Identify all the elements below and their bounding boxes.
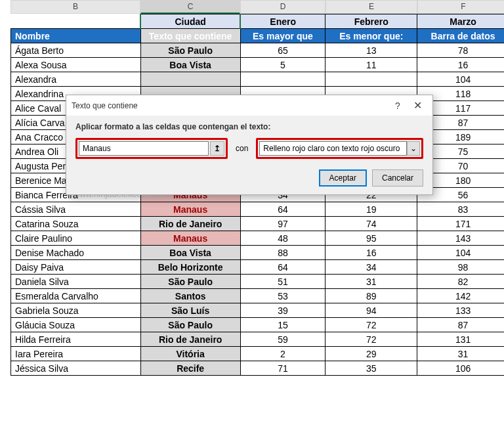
cell-name[interactable]: Cássia Silva <box>11 202 141 217</box>
cell-city[interactable]: Manaus <box>140 202 240 217</box>
cell-mar[interactable]: 171 <box>417 217 504 231</box>
cell-feb[interactable]: 74 <box>326 217 417 231</box>
format-select[interactable]: Relleno rojo claro con texto rojo oscuro <box>259 141 407 156</box>
cell-mar[interactable]: 142 <box>417 289 504 303</box>
cell-feb[interactable]: 72 <box>326 318 417 332</box>
cell-feb[interactable]: 16 <box>326 246 417 260</box>
cell-city[interactable] <box>140 72 240 87</box>
cell-name[interactable]: Claire Paulino <box>11 231 141 246</box>
cell-name[interactable]: Ágata Berto <box>11 43 141 58</box>
cell-feb[interactable]: 94 <box>326 303 417 318</box>
cell-feb[interactable]: 89 <box>326 289 417 303</box>
cell-mar[interactable]: 31 <box>417 347 504 361</box>
cell-mar[interactable]: 87 <box>417 318 504 332</box>
cell-name[interactable]: Denise Machado <box>11 246 141 260</box>
cell-jan[interactable]: 59 <box>240 332 326 347</box>
cell-mar[interactable]: 143 <box>417 231 504 246</box>
cell-mar[interactable]: 78 <box>417 43 504 58</box>
cell-name[interactable]: Esmeralda Carvalho <box>11 289 141 303</box>
cell-city[interactable]: Boa Vista <box>140 58 240 72</box>
cell-feb[interactable]: 35 <box>326 361 417 376</box>
cell-mar[interactable]: 98 <box>417 260 504 275</box>
cell-jan[interactable]: 65 <box>240 43 326 58</box>
cell-city[interactable]: Manaus <box>140 231 240 246</box>
cell-jan[interactable]: 15 <box>240 318 326 332</box>
cell-city[interactable]: São Paulo <box>140 275 240 289</box>
cell-city[interactable]: Boa Vista <box>140 246 240 260</box>
col-header-F[interactable]: F <box>417 0 504 14</box>
cell-mar[interactable]: 133 <box>417 303 504 318</box>
header-enero[interactable]: Enero <box>240 14 326 29</box>
cancel-button[interactable]: Cancelar <box>372 169 423 187</box>
cell-city[interactable]: São Paulo <box>140 318 240 332</box>
cell-mar[interactable]: 131 <box>417 332 504 347</box>
cell-jan[interactable]: 48 <box>240 231 326 246</box>
cell-city[interactable]: Belo Horizonte <box>140 260 240 275</box>
cell-feb[interactable]: 29 <box>326 347 417 361</box>
cell-feb[interactable]: 11 <box>326 58 417 72</box>
cell-feb[interactable] <box>326 72 417 87</box>
cell-name[interactable]: Daisy Paiva <box>11 260 141 275</box>
cell-jan[interactable]: 51 <box>240 275 326 289</box>
cell-mar[interactable]: 82 <box>417 275 504 289</box>
dialog-titlebar[interactable]: Texto que contiene ? ✕ <box>66 95 432 116</box>
cell-jan[interactable]: 64 <box>240 260 326 275</box>
cell-jan[interactable]: 64 <box>240 202 326 217</box>
header-nombre[interactable]: Nombre <box>11 29 141 43</box>
cell-city[interactable]: Rio de Janeiro <box>140 217 240 231</box>
cell-feb[interactable]: 19 <box>326 202 417 217</box>
cell-jan[interactable]: 5 <box>240 58 326 72</box>
cell-name[interactable]: Hilda Ferreira <box>11 332 141 347</box>
cell-name[interactable]: Jéssica Silva <box>11 361 141 376</box>
cell-city[interactable]: São Luís <box>140 303 240 318</box>
cell-jan[interactable]: 39 <box>240 303 326 318</box>
header-menor[interactable]: Es menor que: <box>326 29 417 43</box>
cell-mar[interactable]: 16 <box>417 58 504 72</box>
cell-jan[interactable]: 53 <box>240 289 326 303</box>
header-ciudad[interactable]: Ciudad <box>140 14 240 29</box>
cell-jan[interactable]: 88 <box>240 246 326 260</box>
cell-jan[interactable]: 97 <box>240 217 326 231</box>
help-icon[interactable]: ? <box>388 100 408 111</box>
chevron-down-icon[interactable]: ⌄ <box>407 141 420 156</box>
collapse-range-icon[interactable]: ↥ <box>210 141 224 156</box>
cell-city[interactable]: São Paulo <box>140 43 240 58</box>
cell-mar[interactable]: 104 <box>417 72 504 87</box>
cell-mar[interactable]: 106 <box>417 361 504 376</box>
cell-jan[interactable]: 71 <box>240 361 326 376</box>
cell-mar[interactable]: 104 <box>417 246 504 260</box>
col-header-C[interactable]: C <box>140 0 240 14</box>
header-febrero[interactable]: Febrero <box>326 14 417 29</box>
cell-name[interactable]: Alexa Sousa <box>11 58 141 72</box>
cell-city[interactable]: Santos <box>140 289 240 303</box>
cell-name[interactable]: Catarina Souza <box>11 217 141 231</box>
header-marzo[interactable]: Marzo <box>417 14 504 29</box>
accept-button[interactable]: Aceptar <box>319 169 367 187</box>
cell-city[interactable]: Recife <box>140 361 240 376</box>
close-icon[interactable]: ✕ <box>408 99 427 112</box>
cell-name[interactable]: Gláucia Souza <box>11 318 141 332</box>
cell-feb[interactable]: 34 <box>326 260 417 275</box>
cell-feb[interactable]: 31 <box>326 275 417 289</box>
cell-name[interactable]: Iara Pereira <box>11 347 141 361</box>
cell-empty[interactable] <box>11 14 141 29</box>
dialog-title: Texto que contiene <box>72 101 388 110</box>
cell-feb[interactable]: 95 <box>326 231 417 246</box>
search-text-input[interactable] <box>79 141 209 156</box>
col-header-E[interactable]: E <box>326 0 417 14</box>
cell-name[interactable]: Daniela Silva <box>11 275 141 289</box>
header-barra[interactable]: Barra de datos <box>417 29 504 43</box>
cell-mar[interactable]: 83 <box>417 202 504 217</box>
cell-jan[interactable] <box>240 72 326 87</box>
header-mayor[interactable]: Es mayor que <box>240 29 326 43</box>
col-header-B[interactable]: B <box>10 0 140 14</box>
cell-name[interactable]: Gabriela Souza <box>11 303 141 318</box>
header-texto[interactable]: Texto que contiene <box>140 29 240 43</box>
cell-name[interactable]: Alexandra <box>11 72 141 87</box>
cell-city[interactable]: Vitória <box>140 347 240 361</box>
cell-feb[interactable]: 13 <box>326 43 417 58</box>
cell-feb[interactable]: 72 <box>326 332 417 347</box>
cell-jan[interactable]: 2 <box>240 347 326 361</box>
cell-city[interactable]: Rio de Janeiro <box>140 332 240 347</box>
col-header-D[interactable]: D <box>240 0 326 14</box>
